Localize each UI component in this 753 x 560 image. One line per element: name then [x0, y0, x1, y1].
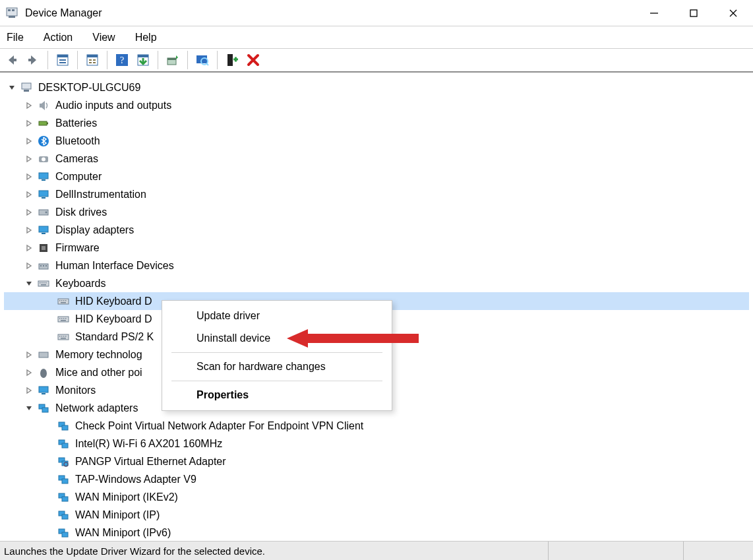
- network-icon: [57, 474, 70, 485]
- expand-icon[interactable]: [24, 207, 34, 218]
- svg-rect-58: [59, 300, 61, 301]
- expand-icon[interactable]: [24, 100, 34, 111]
- expand-icon[interactable]: [24, 261, 34, 271]
- category-label: Monitors: [54, 385, 97, 396]
- expand-icon[interactable]: [24, 171, 34, 182]
- svg-rect-64: [59, 318, 61, 319]
- svg-rect-49: [43, 265, 44, 266]
- category-batteries[interactable]: Batteries: [4, 114, 749, 132]
- category-hid[interactable]: Human Interface Devices: [4, 257, 749, 274]
- svg-rect-63: [58, 317, 69, 322]
- category-firmware[interactable]: Firmware: [4, 239, 749, 257]
- update-driver-button[interactable]: [134, 51, 152, 69]
- expand-icon[interactable]: [24, 154, 34, 164]
- add-legacy-button[interactable]: [223, 51, 241, 69]
- properties-button[interactable]: [83, 51, 102, 69]
- monitor-icon: [37, 385, 50, 396]
- category-label: Firmware: [54, 242, 101, 254]
- window-title: Device Manager: [25, 7, 102, 19]
- category-cameras[interactable]: Cameras: [4, 150, 749, 168]
- expand-icon[interactable]: [24, 243, 34, 253]
- ctx-properties[interactable]: Properties: [162, 384, 392, 406]
- category-keyboards[interactable]: Keyboards: [4, 274, 749, 292]
- svg-rect-61: [65, 300, 67, 301]
- expand-icon[interactable]: [24, 367, 34, 378]
- expand-icon[interactable]: [7, 82, 17, 93]
- svg-rect-44: [42, 233, 45, 234]
- scan-button[interactable]: [193, 51, 212, 69]
- collapse-icon[interactable]: [24, 278, 34, 289]
- device-network-4[interactable]: TAP-Windows Adapter V9: [4, 470, 749, 488]
- help-button[interactable]: ?: [113, 51, 131, 69]
- svg-rect-54: [44, 282, 45, 284]
- maximize-button[interactable]: [674, 0, 713, 26]
- svg-rect-2: [12, 9, 15, 11]
- device-network-2[interactable]: Intel(R) Wi-Fi 6 AX201 160MHz: [4, 435, 749, 452]
- speaker-icon: [37, 100, 50, 111]
- category-bluetooth[interactable]: Bluetooth: [4, 132, 749, 150]
- expand-icon[interactable]: [24, 189, 34, 200]
- device-label: TAP-Windows Adapter V9: [74, 474, 198, 485]
- device-network-6[interactable]: WAN Miniport (IP): [4, 506, 749, 524]
- expand-icon[interactable]: [24, 118, 34, 129]
- category-label: Disk drives: [54, 206, 108, 218]
- menu-file[interactable]: File: [4, 30, 26, 45]
- svg-rect-80: [42, 408, 48, 412]
- expand-icon[interactable]: [24, 385, 34, 396]
- device-label: WAN Miniport (IKEv2): [74, 491, 179, 503]
- forward-button[interactable]: [24, 51, 42, 69]
- category-display[interactable]: Display adapters: [4, 221, 749, 239]
- delete-button[interactable]: [244, 51, 262, 69]
- category-audio[interactable]: Audio inputs and outputs: [4, 96, 749, 114]
- keyboard-icon: [57, 313, 70, 325]
- battery-icon: [37, 117, 50, 129]
- toolbar-separator: [217, 51, 218, 69]
- svg-rect-65: [61, 318, 63, 319]
- category-label: Bluetooth: [54, 135, 102, 147]
- network-icon: [57, 420, 70, 432]
- keyboard-icon: [57, 331, 70, 343]
- bluetooth-icon: [37, 135, 50, 147]
- menu-view[interactable]: View: [90, 30, 117, 45]
- device-network-7[interactable]: WAN Miniport (IPv6): [4, 524, 749, 541]
- device-label: WAN Miniport (IPv6): [74, 527, 172, 539]
- svg-rect-56: [41, 284, 46, 286]
- category-dell[interactable]: DellInstrumentation: [4, 185, 749, 203]
- expand-icon[interactable]: [24, 136, 34, 146]
- show-all-button[interactable]: [53, 51, 72, 69]
- toolbar-separator: [187, 51, 188, 69]
- minimize-button[interactable]: [634, 0, 674, 26]
- device-network-5[interactable]: WAN Miniport (IKEv2): [4, 488, 749, 506]
- device-network-3[interactable]: PANGP Virtual Ethernet Adapter: [4, 452, 749, 470]
- category-disk[interactable]: Disk drives: [4, 203, 749, 221]
- device-label: WAN Miniport (IP): [74, 509, 161, 521]
- collapse-icon[interactable]: [24, 403, 34, 414]
- tree-root[interactable]: DESKTOP-ULGCU69: [4, 78, 749, 96]
- network-icon: [57, 527, 70, 539]
- category-label: Keyboards: [54, 278, 107, 290]
- back-button[interactable]: [3, 51, 21, 69]
- svg-rect-73: [65, 336, 67, 337]
- expand-icon[interactable]: [24, 350, 34, 360]
- svg-rect-13: [59, 62, 66, 63]
- svg-rect-78: [42, 393, 45, 394]
- uninstall-button[interactable]: [164, 51, 182, 69]
- category-label: Computer: [54, 171, 103, 183]
- svg-rect-69: [58, 334, 69, 340]
- expand-icon[interactable]: [24, 225, 34, 235]
- title-bar: Device Manager: [0, 0, 753, 26]
- category-label: Memory technolog: [54, 349, 144, 361]
- ctx-update-driver[interactable]: Update driver: [162, 305, 392, 327]
- device-label: HID Keyboard D: [74, 296, 154, 307]
- toolbar-separator: [77, 51, 78, 69]
- ctx-scan[interactable]: Scan for hardware changes: [162, 356, 392, 378]
- network-icon: [37, 402, 50, 414]
- close-button[interactable]: [713, 0, 753, 26]
- category-computer[interactable]: Computer: [4, 168, 749, 185]
- menu-action[interactable]: Action: [41, 30, 75, 45]
- ctx-uninstall[interactable]: Uninstall device: [162, 327, 392, 350]
- device-network-1[interactable]: Check Point Virtual Network Adapter For …: [4, 417, 749, 435]
- context-menu: Update driver Uninstall device Scan for …: [162, 300, 392, 411]
- category-label: Cameras: [54, 153, 100, 165]
- menu-help[interactable]: Help: [133, 30, 160, 45]
